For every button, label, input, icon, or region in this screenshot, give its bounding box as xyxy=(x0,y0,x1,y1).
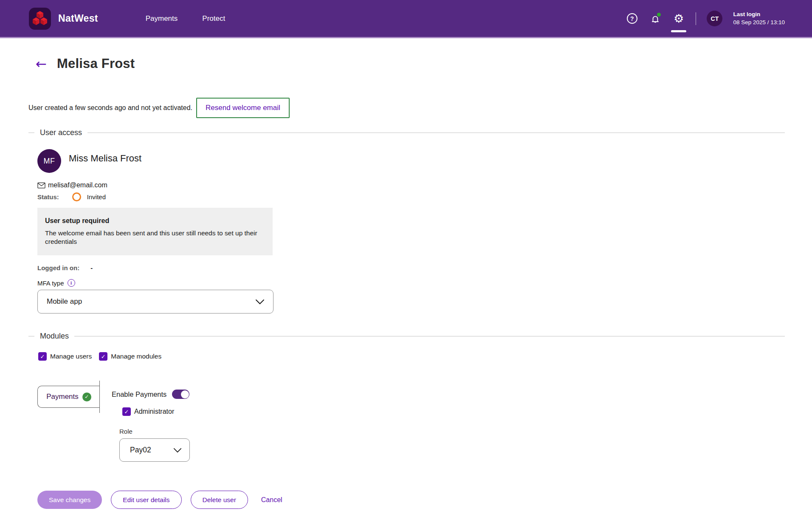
natwest-cubes-icon xyxy=(29,8,51,29)
notification-dot xyxy=(657,13,661,17)
toggle-knob xyxy=(181,390,189,398)
role-label: Role xyxy=(119,428,190,435)
setup-box-title: User setup required xyxy=(45,217,257,225)
chevron-down-icon xyxy=(255,299,265,305)
help-icon: ? xyxy=(627,13,637,24)
top-nav-bar: NatWest Payments Protect ? ⚙ CT Last log… xyxy=(0,0,812,38)
nav-item-protect[interactable]: Protect xyxy=(202,14,225,23)
cancel-link[interactable]: Cancel xyxy=(261,496,282,504)
modules-section-title: Modules xyxy=(28,332,785,341)
administrator-row: ✓ Administrator xyxy=(122,407,190,416)
settings-button[interactable]: ⚙ xyxy=(672,12,685,25)
mfa-label-row: MFA type i xyxy=(37,279,812,287)
edit-user-details-button[interactable]: Edit user details xyxy=(111,491,181,509)
mfa-type-select[interactable]: Mobile app xyxy=(37,290,273,314)
user-access-label: User access xyxy=(40,128,82,137)
resend-welcome-email-button[interactable]: Resend welcome email xyxy=(196,98,290,118)
administrator-checkbox-group[interactable]: ✓ Administrator xyxy=(122,407,190,416)
gear-icon: ⚙ xyxy=(674,13,684,24)
setup-box-body: The welcome email has been sent and this… xyxy=(45,229,257,246)
envelope-icon xyxy=(37,182,45,189)
logged-in-label: Logged in on: xyxy=(37,264,79,271)
chevron-down-icon xyxy=(173,448,182,453)
user-setup-required-box: User setup required The welcome email ha… xyxy=(37,208,273,255)
administrator-checkbox[interactable]: ✓ xyxy=(122,407,131,416)
activation-notice-row: User created a few seconds ago and not y… xyxy=(28,98,812,118)
modules-label: Modules xyxy=(40,332,69,341)
nav-item-payments[interactable]: Payments xyxy=(146,14,178,23)
help-button[interactable]: ? xyxy=(626,12,638,25)
module-tab-rail: Payments ✓ xyxy=(37,381,100,413)
manage-users-checkbox-group[interactable]: ✓ Manage users xyxy=(38,352,92,361)
notifications-button[interactable] xyxy=(649,12,662,25)
status-invited-icon xyxy=(72,192,81,201)
activation-notice-text: User created a few seconds ago and not y… xyxy=(28,104,192,112)
natwest-logo[interactable] xyxy=(29,8,51,30)
tab-payments-label: Payments xyxy=(46,393,79,401)
save-changes-button[interactable]: Save changes xyxy=(37,491,102,509)
enable-payments-row: Enable Payments xyxy=(112,390,190,399)
logged-in-row: Logged in on: - xyxy=(37,264,812,271)
last-login-label: Last login xyxy=(733,11,785,18)
payments-module-panel: Enable Payments ✓ Administrator Role Pay… xyxy=(112,381,190,462)
tab-payments[interactable]: Payments ✓ xyxy=(37,386,100,408)
enable-payments-label: Enable Payments xyxy=(112,390,166,398)
logged-in-value: - xyxy=(90,264,93,271)
email-row: melisaf@email.com xyxy=(37,181,812,189)
page-title: Melisa Frost xyxy=(57,56,135,71)
user-full-name: Miss Melisa Frost xyxy=(69,153,141,173)
role-block: Role Pay02 xyxy=(119,428,190,462)
header-divider xyxy=(696,12,696,25)
mfa-type-label: MFA type xyxy=(37,280,64,287)
last-login-value: 08 Sep 2025 / 13:10 xyxy=(733,19,785,26)
user-access-content: MF Miss Melisa Frost melisaf@email.com S… xyxy=(37,149,812,314)
last-login-block: Last login 08 Sep 2025 / 13:10 xyxy=(733,11,785,26)
manage-modules-label: Manage modules xyxy=(111,353,161,360)
delete-user-button[interactable]: Delete user xyxy=(191,491,248,509)
avatar: MF xyxy=(37,149,61,173)
manage-modules-checkbox-group[interactable]: ✓ Manage modules xyxy=(99,352,161,361)
role-selected-value: Pay02 xyxy=(130,446,151,455)
user-menu-avatar[interactable]: CT xyxy=(707,11,722,26)
user-email: melisaf@email.com xyxy=(48,181,107,189)
module-detail-area: Payments ✓ Enable Payments ✓ Administrat… xyxy=(0,381,812,462)
status-row: Status: Invited xyxy=(37,192,812,201)
enable-payments-toggle[interactable] xyxy=(172,390,189,399)
brand-name: NatWest xyxy=(58,13,98,24)
manage-modules-checkbox[interactable]: ✓ xyxy=(99,352,107,361)
page-header: ← Melisa Frost xyxy=(0,38,812,71)
modules-permissions-row: ✓ Manage users ✓ Manage modules xyxy=(38,352,812,361)
user-access-section-title: User access xyxy=(28,128,785,137)
user-identity-row: MF Miss Melisa Frost xyxy=(37,149,812,173)
administrator-label: Administrator xyxy=(134,408,174,415)
header-utilities: ? ⚙ CT Last login 08 Sep 2025 / 13:10 xyxy=(626,11,785,26)
status-value: Invited xyxy=(87,193,106,201)
manage-users-label: Manage users xyxy=(50,353,92,360)
role-select[interactable]: Pay02 xyxy=(119,438,190,462)
manage-users-checkbox[interactable]: ✓ xyxy=(38,352,47,361)
module-enabled-check-icon: ✓ xyxy=(82,393,91,401)
footer-actions: Save changes Edit user details Delete us… xyxy=(37,491,812,509)
primary-nav: Payments Protect xyxy=(146,14,225,23)
back-arrow-icon[interactable]: ← xyxy=(36,57,47,71)
mfa-type-selected-value: Mobile app xyxy=(47,297,82,306)
status-label: Status: xyxy=(37,193,59,201)
info-icon[interactable]: i xyxy=(68,279,75,287)
